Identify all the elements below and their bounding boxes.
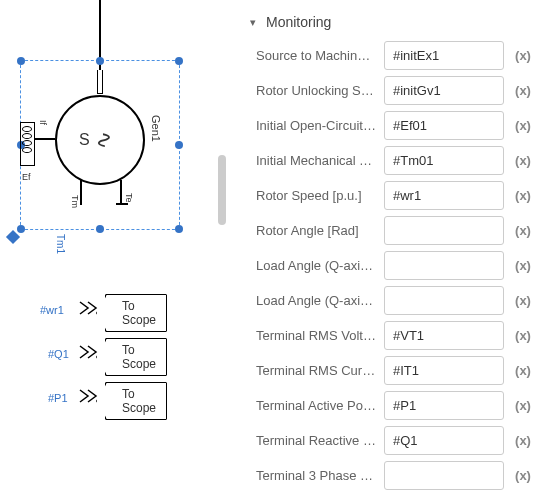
expression-button[interactable]: (x) <box>512 223 534 238</box>
property-label: Terminal Active Po… <box>256 398 376 413</box>
property-label: Load Angle (Q-axis … <box>256 293 376 308</box>
expression-button[interactable]: (x) <box>512 468 534 483</box>
scope-label[interactable]: To Scope <box>105 382 167 420</box>
property-label: Terminal RMS Volt… <box>256 328 376 343</box>
machine-port-tm[interactable] <box>80 180 82 205</box>
signal-label[interactable]: #Q1 <box>48 348 69 360</box>
property-input[interactable] <box>384 76 504 105</box>
property-label: Source to Machine … <box>256 48 376 63</box>
resize-handle[interactable] <box>175 225 183 233</box>
property-row: Terminal RMS Curr…(x) <box>236 353 538 388</box>
property-label: Rotor Unlocking Si… <box>256 83 376 98</box>
resize-handle[interactable] <box>17 225 25 233</box>
property-row: Initial Open-Circuit …(x) <box>236 108 538 143</box>
expression-button[interactable]: (x) <box>512 328 534 343</box>
resize-handle[interactable] <box>17 57 25 65</box>
signal-label[interactable]: #wr1 <box>40 304 64 316</box>
signal-label[interactable]: #P1 <box>48 392 68 404</box>
machine-port-top[interactable] <box>97 70 103 94</box>
expression-button[interactable]: (x) <box>512 118 534 133</box>
property-label: Rotor Speed [p.u.] <box>256 188 376 203</box>
expression-button[interactable]: (x) <box>512 153 534 168</box>
resize-handle[interactable] <box>96 225 104 233</box>
resize-handle[interactable] <box>175 57 183 65</box>
property-row: Rotor Speed [p.u.](x) <box>236 178 538 213</box>
exciter-block[interactable] <box>0 120 45 170</box>
property-input[interactable] <box>384 251 504 280</box>
properties-panel: ▾ Monitoring Source to Machine …(x)Rotor… <box>236 0 538 504</box>
property-label: Initial Open-Circuit … <box>256 118 376 133</box>
machine-port-te[interactable] <box>120 180 122 205</box>
property-row: Terminal Active Po…(x) <box>236 388 538 423</box>
property-row: Rotor Unlocking Si…(x) <box>236 73 538 108</box>
expression-button[interactable]: (x) <box>512 398 534 413</box>
property-input[interactable] <box>384 356 504 385</box>
property-row: Load Angle (Q-axis …(x) <box>236 283 538 318</box>
property-row: Terminal 3 Phase C…(x) <box>236 458 538 493</box>
property-input[interactable] <box>384 181 504 210</box>
section-header-monitoring[interactable]: ▾ Monitoring <box>236 6 538 38</box>
schematic-canvas[interactable]: S ∿ Gen1 Tm Te Tm1 If Ef #wr1 To Scope #… <box>0 0 230 504</box>
expression-button[interactable]: (x) <box>512 293 534 308</box>
exciter-ef-label: Ef <box>22 172 31 182</box>
expression-button[interactable]: (x) <box>512 48 534 63</box>
property-input[interactable] <box>384 216 504 245</box>
expression-button[interactable]: (x) <box>512 433 534 448</box>
resize-handle[interactable] <box>175 141 183 149</box>
scope-label[interactable]: To Scope <box>105 294 167 332</box>
property-row: Load Angle (Q-axis …(x) <box>236 248 538 283</box>
machine-sine-icon: ∿ <box>91 131 117 149</box>
port-tm-label: Tm <box>70 195 80 208</box>
property-label: Terminal RMS Curr… <box>256 363 376 378</box>
property-input[interactable] <box>384 146 504 175</box>
machine-name-label[interactable]: Gen1 <box>150 115 162 142</box>
property-input[interactable] <box>384 41 504 70</box>
scope-label[interactable]: To Scope <box>105 338 167 376</box>
port-te-label: Te <box>124 193 134 203</box>
wire <box>35 138 55 140</box>
canvas-scrollbar[interactable] <box>218 155 226 225</box>
expression-button[interactable]: (x) <box>512 83 534 98</box>
property-input[interactable] <box>384 111 504 140</box>
property-label: Terminal Reactive … <box>256 433 376 448</box>
section-title: Monitoring <box>266 14 331 30</box>
resize-handle[interactable] <box>96 57 104 65</box>
synchronous-machine-block[interactable]: S ∿ <box>55 95 145 185</box>
expression-button[interactable]: (x) <box>512 363 534 378</box>
property-label: Load Angle (Q-axis … <box>256 258 376 273</box>
machine-s-label: S <box>79 131 90 149</box>
property-input[interactable] <box>384 321 504 350</box>
tm1-signal-label[interactable]: Tm1 <box>55 234 66 254</box>
exciter-if-label: If <box>38 120 48 125</box>
chevron-down-icon: ▾ <box>250 16 256 29</box>
property-input[interactable] <box>384 391 504 420</box>
monitoring-rows: Source to Machine …(x)Rotor Unlocking Si… <box>236 38 538 493</box>
property-row: Source to Machine …(x) <box>236 38 538 73</box>
expression-button[interactable]: (x) <box>512 258 534 273</box>
property-row: Initial Mechanical T…(x) <box>236 143 538 178</box>
property-input[interactable] <box>384 286 504 315</box>
property-label: Rotor Angle [Rad] <box>256 223 376 238</box>
property-row: Terminal RMS Volt…(x) <box>236 318 538 353</box>
property-row: Rotor Angle [Rad](x) <box>236 213 538 248</box>
property-label: Initial Mechanical T… <box>256 153 376 168</box>
property-input[interactable] <box>384 461 504 490</box>
property-input[interactable] <box>384 426 504 455</box>
property-row: Terminal Reactive …(x) <box>236 423 538 458</box>
expression-button[interactable]: (x) <box>512 188 534 203</box>
property-label: Terminal 3 Phase C… <box>256 468 376 483</box>
